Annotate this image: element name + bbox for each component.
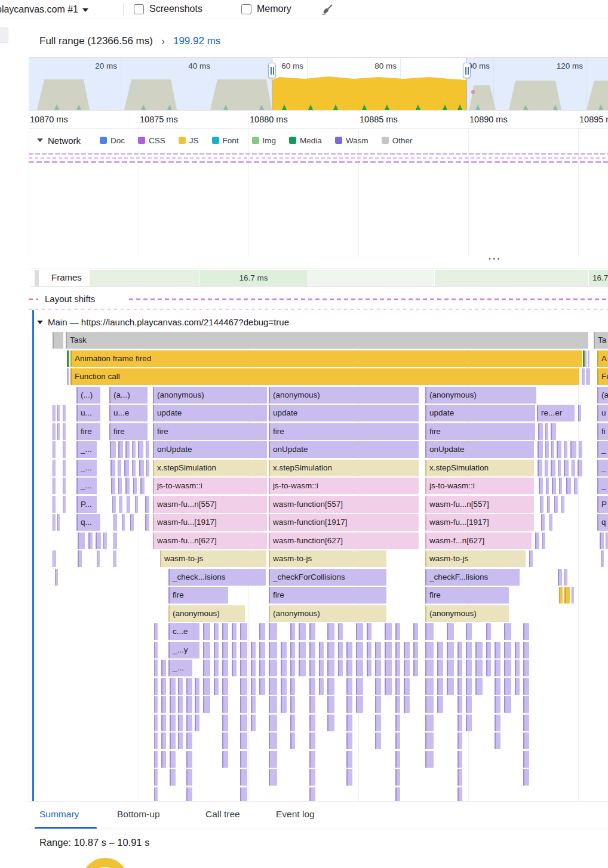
- flame-fragment[interactable]: [375, 696, 381, 713]
- flame-fragment[interactable]: [170, 769, 176, 786]
- frames-track[interactable]: Frames 16.7 ms16.7 ms: [29, 269, 608, 287]
- flame-fragment[interactable]: [96, 533, 101, 549]
- flame-fragment[interactable]: [154, 787, 158, 801]
- flame-fragment[interactable]: [53, 550, 56, 567]
- flame-fragment[interactable]: [154, 769, 158, 786]
- flame-fragment[interactable]: [290, 715, 295, 731]
- flame-bar-u[interactable]: u: [597, 405, 608, 421]
- flame-bar-animation-frame-fired[interactable]: Animation frame fired: [70, 350, 582, 367]
- flame-fragment[interactable]: [222, 660, 228, 676]
- flame-fragment[interactable]: [475, 642, 483, 658]
- flame-fragment[interactable]: [523, 751, 529, 768]
- flame-fragment[interactable]: [495, 678, 500, 695]
- flame-bar-x-stepsimulation[interactable]: x.stepSimulation: [269, 460, 419, 476]
- flame-fragment[interactable]: [240, 660, 247, 676]
- tab-call-tree[interactable]: Call tree: [205, 809, 240, 820]
- flame-fragment[interactable]: [413, 660, 418, 676]
- flame-fragment[interactable]: [586, 368, 590, 385]
- frame-segment[interactable]: [308, 270, 434, 286]
- flame-fragment[interactable]: [457, 732, 462, 749]
- flame-bar-wasm-fu-n-627[interactable]: wasm-fu...n[627]: [153, 533, 267, 549]
- flame-fragment[interactable]: [552, 478, 556, 494]
- flame-bar-[interactable]: (...): [76, 387, 100, 404]
- flame-fragment[interactable]: [559, 587, 563, 604]
- flame-bar-fire[interactable]: fire: [425, 423, 535, 440]
- flame-fragment[interactable]: [170, 678, 176, 695]
- flame-fragment[interactable]: [466, 678, 472, 695]
- flame-fragment[interactable]: [557, 441, 561, 458]
- flame-fragment[interactable]: [63, 478, 66, 494]
- flame-fragment[interactable]: [515, 678, 520, 695]
- flame-bar-task[interactable]: Task: [66, 332, 588, 349]
- flame-fragment[interactable]: [588, 350, 589, 367]
- flame-bar-wasm-to-js[interactable]: wasm-to-js: [269, 550, 386, 567]
- frame-segment[interactable]: [435, 270, 588, 286]
- minimap[interactable]: 20 ms40 ms60 ms80 ms100 ms120 ms: [29, 57, 608, 110]
- flame-fragment[interactable]: [413, 623, 418, 640]
- flame-fragment[interactable]: [57, 405, 60, 421]
- flame-bar-wasm-to-js[interactable]: wasm-to-js: [160, 550, 266, 567]
- flame-fragment[interactable]: [404, 696, 410, 713]
- flame-fragment[interactable]: [356, 623, 363, 640]
- flame-fragment[interactable]: [601, 550, 604, 567]
- flame-fragment[interactable]: [154, 642, 158, 658]
- flame-bar-onupdate[interactable]: onUpdate: [269, 441, 419, 458]
- flame-bar-anonymous[interactable]: (anonymous): [425, 605, 509, 622]
- flame-fragment[interactable]: [535, 533, 539, 549]
- flame-fragment[interactable]: [269, 623, 277, 640]
- flame-fragment[interactable]: [356, 696, 363, 713]
- flame-fragment[interactable]: [146, 460, 149, 476]
- layout-shifts-track[interactable]: Layout shifts: [29, 290, 608, 310]
- flame-fragment[interactable]: [78, 533, 85, 549]
- flame-fragment[interactable]: [579, 441, 582, 458]
- minimap-unselected-left[interactable]: [29, 58, 272, 110]
- flame-fragment[interactable]: [240, 696, 247, 713]
- flame-fragment[interactable]: [395, 751, 400, 768]
- flame-fragment[interactable]: [55, 569, 58, 586]
- flame-bar-[interactable]: _...: [76, 441, 97, 458]
- frame-segment[interactable]: 16.7 ms: [589, 270, 608, 286]
- flame-fragment[interactable]: [538, 423, 543, 440]
- flame-fragment[interactable]: [375, 660, 381, 676]
- flame-fragment[interactable]: [319, 660, 324, 676]
- flame-fragment[interactable]: [466, 696, 472, 713]
- flame-fragment[interactable]: [559, 478, 562, 494]
- flame-fragment[interactable]: [395, 678, 400, 695]
- flame-bar-fire[interactable]: fire: [269, 423, 419, 440]
- flame-bar-[interactable]: _...: [76, 460, 97, 476]
- flame-fragment[interactable]: [88, 533, 93, 549]
- flame-fragment[interactable]: [281, 696, 287, 713]
- flame-bar-u-e[interactable]: u...e: [109, 405, 148, 421]
- flame-fragment[interactable]: [327, 660, 334, 676]
- flame-fragment[interactable]: [564, 441, 567, 458]
- flame-bar-a[interactable]: (a: [597, 387, 608, 404]
- flame-bar-[interactable]: _: [597, 441, 608, 458]
- main-disclosure-triangle[interactable]: [37, 321, 43, 324]
- flame-fragment[interactable]: [251, 678, 256, 695]
- flame-fragment[interactable]: [523, 696, 529, 713]
- flame-fragment[interactable]: [327, 715, 334, 731]
- flame-bar-fu[interactable]: Fu: [597, 368, 608, 385]
- flame-bar-anonymous[interactable]: (anonymous): [269, 387, 419, 404]
- flame-fragment[interactable]: [504, 696, 511, 713]
- flame-bar-js-to-wasm-i[interactable]: js-to-wasm::i: [153, 478, 267, 494]
- flame-fragment[interactable]: [558, 460, 561, 476]
- flame-bar-fire[interactable]: fire: [168, 587, 228, 604]
- flame-fragment[interactable]: [545, 441, 549, 458]
- flame-fragment[interactable]: [564, 460, 569, 476]
- flame-fragment[interactable]: [119, 496, 122, 513]
- flame-fragment[interactable]: [133, 478, 137, 494]
- flame-fragment[interactable]: [504, 678, 511, 695]
- flame-bar-u[interactable]: u...: [76, 405, 100, 421]
- screenshots-checkbox[interactable]: [134, 4, 144, 14]
- flame-fragment[interactable]: [395, 623, 400, 640]
- flame-fragment[interactable]: [269, 678, 277, 695]
- flame-fragment[interactable]: [161, 696, 166, 713]
- flame-fragment[interactable]: [161, 678, 166, 695]
- flame-fragment[interactable]: [367, 642, 371, 658]
- flame-fragment[interactable]: [222, 715, 228, 731]
- flame-fragment[interactable]: [63, 405, 66, 421]
- flame-fragment[interactable]: [404, 678, 410, 695]
- flame-fragment[interactable]: [395, 696, 400, 713]
- flame-fragment[interactable]: [309, 769, 315, 786]
